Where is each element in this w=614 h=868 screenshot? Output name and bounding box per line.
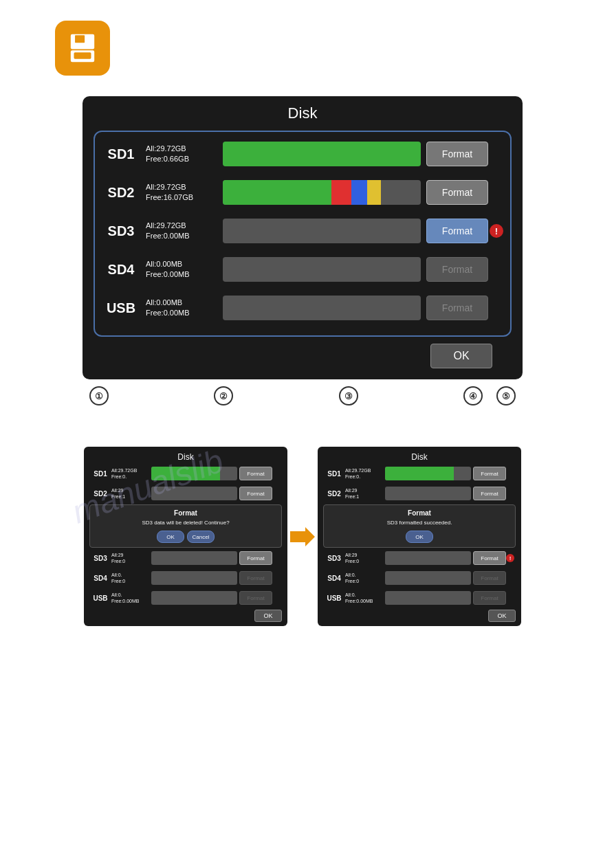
sd2-bar-green (223, 180, 331, 205)
svg-marker-5 (290, 527, 315, 546)
right-popup-message: SD3 formatted succeeded. (328, 520, 511, 526)
sd1-format-button[interactable]: Format (426, 142, 488, 166)
left-usb-bar (151, 591, 237, 605)
right-ok-row: OK (323, 610, 516, 622)
sd4-format-button: Format (426, 257, 488, 282)
right-sd3-bar (385, 551, 471, 565)
left-sd4-format-btn: Format (239, 571, 272, 585)
ok-button[interactable]: OK (430, 344, 492, 368)
right-mini-dialog: Disk SD1 All:29.72GB Free:0. Format SD2 … (318, 447, 521, 626)
sd3-label: SD3 (100, 223, 142, 239)
disk-row-sd2: SD2 All:29.72GB Free:16.07GB Format (100, 176, 505, 209)
left-sd4-bar (151, 571, 237, 585)
sd1-bar-green (223, 142, 421, 166)
disk-row-sd3: SD3 All:29.72GB Free:0.00MB Format ! (100, 214, 505, 247)
sd1-info: All:29.72GB Free:0.66GB (142, 144, 217, 165)
right-sd4-info: All:0. Free:0 (345, 572, 383, 584)
left-ok-btn[interactable]: OK (254, 610, 282, 622)
left-sd3-format-btn[interactable]: Format (239, 551, 272, 565)
usb-free: Free:0.00MB (146, 308, 217, 318)
sd2-bar-red (331, 180, 351, 205)
left-sd3-label: SD3 (89, 555, 111, 562)
right-usb-info: All:0. Free:0.00MB (345, 592, 383, 604)
sd3-format-button[interactable]: Format (426, 219, 488, 243)
ok-row: OK (94, 344, 512, 368)
left-usb-label: USB (89, 594, 111, 602)
left-sd4-row: SD4 All:0. Free:0 Format (89, 569, 282, 587)
disk-inner-panel: SD1 All:29.72GB Free:0.66GB Format SD2 A… (94, 131, 512, 337)
app-icon-area (0, 0, 614, 89)
sd2-format-button[interactable]: Format (426, 180, 488, 205)
right-sd3-warning: ! (506, 554, 516, 562)
usb-format-button: Format (426, 296, 488, 320)
annotation-3: ③ (339, 386, 358, 405)
sd4-all: All:0.00MB (146, 259, 217, 269)
left-ok-row: OK (89, 610, 282, 622)
svg-rect-2 (75, 35, 85, 43)
left-popup-cancel-btn[interactable]: Cancel (187, 531, 215, 543)
right-sd1-format-btn[interactable]: Format (473, 467, 506, 480)
disk-row-usb: USB All:0.00MB Free:0.00MB Format (100, 291, 505, 324)
sd4-free: Free:0.00MB (146, 269, 217, 280)
svg-rect-4 (74, 52, 91, 58)
annotation-5: ⑤ (496, 386, 516, 405)
right-popup-btns: OK (328, 531, 511, 543)
left-dialog-title: Disk (89, 452, 282, 462)
left-sd1-row: SD1 All:29.72GB Free:0. Format (89, 465, 282, 482)
right-usb-row: USB All:0. Free:0.00MB Format (323, 589, 516, 607)
right-sd3-info: All:29 Free:0 (345, 552, 383, 564)
next-arrow-icon (290, 527, 315, 546)
annotation-row: ① ② ③ ④ ⑤ (83, 386, 523, 405)
right-sd3-label: SD3 (323, 555, 345, 562)
left-sd2-row: SD2 All:29 Free:1 Format (89, 485, 282, 502)
sd2-all: All:29.72GB (146, 182, 217, 192)
left-sd2-format-btn[interactable]: Format (239, 487, 272, 500)
right-sd3-row: SD3 All:29 Free:0 Format ! (323, 549, 516, 567)
left-sd1-format-btn[interactable]: Format (239, 467, 272, 480)
right-popup-ok-btn[interactable]: OK (406, 531, 433, 543)
left-sd4-label: SD4 (89, 575, 111, 582)
left-sd2-bar (151, 487, 237, 500)
annotation-2: ② (214, 386, 233, 405)
save-icon (65, 31, 100, 65)
annotation-1: ① (89, 386, 109, 405)
sd2-bar-blue (351, 180, 367, 205)
left-usb-info: All:0. Free:0.00MB (111, 592, 149, 604)
sd2-label: SD2 (100, 185, 142, 201)
right-sd3-warning-icon: ! (506, 554, 514, 562)
left-sd3-row: SD3 All:29 Free:0 Format (89, 549, 282, 567)
left-popup-ok-btn[interactable]: OK (157, 531, 184, 543)
left-sd2-info: All:29 Free:1 (111, 487, 149, 500)
sd2-info: All:29.72GB Free:16.07GB (142, 182, 217, 203)
sd4-label: SD4 (100, 262, 142, 278)
sd2-bar (223, 180, 421, 205)
right-sd2-row: SD2 All:29 Free:1 Format (323, 485, 516, 502)
right-usb-label: USB (323, 594, 345, 602)
disk-row-sd1: SD1 All:29.72GB Free:0.66GB Format (100, 137, 505, 170)
right-sd4-row: SD4 All:0. Free:0 Format (323, 569, 516, 587)
sd3-warning-icon: ! (490, 224, 503, 238)
left-sd4-info: All:0. Free:0 (111, 572, 149, 584)
sd4-info: All:0.00MB Free:0.00MB (142, 259, 217, 280)
right-ok-btn[interactable]: OK (488, 610, 516, 622)
left-usb-format-btn: Format (239, 591, 272, 605)
right-sd2-format-btn[interactable]: Format (473, 487, 506, 500)
sd1-all: All:29.72GB (146, 144, 217, 154)
right-usb-bar (385, 591, 471, 605)
right-dialog-title: Disk (323, 452, 516, 462)
left-sd2-label: SD2 (89, 490, 111, 498)
right-sd1-row: SD1 All:29.72GB Free:0. Format (323, 465, 516, 482)
dialog-title: Disk (94, 104, 512, 122)
left-sd3-info: All:29 Free:0 (111, 552, 149, 564)
sd3-all: All:29.72GB (146, 221, 217, 231)
disk-row-sd4: SD4 All:0.00MB Free:0.00MB Format (100, 253, 505, 286)
left-sd1-label: SD1 (89, 470, 111, 478)
right-sd1-info: All:29.72GB Free:0. (345, 467, 383, 480)
usb-all: All:0.00MB (146, 298, 217, 308)
usb-info: All:0.00MB Free:0.00MB (142, 298, 217, 319)
sd3-info: All:29.72GB Free:0.00MB (142, 221, 217, 242)
sd2-free: Free:16.07GB (146, 192, 217, 203)
right-usb-format-btn: Format (473, 591, 506, 605)
right-sd3-format-btn[interactable]: Format (473, 551, 506, 565)
bottom-section: Disk SD1 All:29.72GB Free:0. Format SD2 … (83, 447, 523, 626)
